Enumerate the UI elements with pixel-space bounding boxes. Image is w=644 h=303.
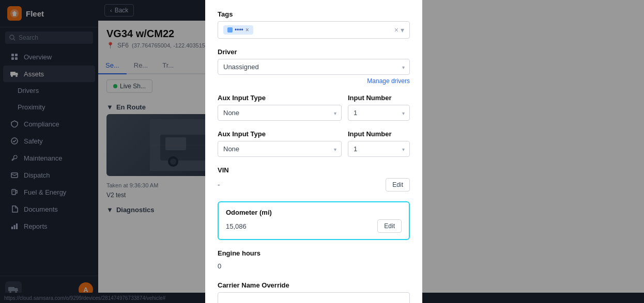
modal-overlay: Tags •••• × × ▾ — [0, 0, 644, 303]
tag-color — [227, 27, 233, 33]
carrier-name-section: Carrier Name Override — [218, 281, 410, 303]
odometer-value: 15,086 — [226, 222, 247, 230]
driver-select[interactable]: Unassigned — [218, 59, 410, 75]
aux-input-1-section: Aux Input Type None Emergency Seatbelt D… — [218, 94, 410, 121]
input-number-2-select[interactable]: 1 2 3 4 — [348, 141, 410, 157]
input-number-1-label: Input Number — [348, 94, 410, 102]
tags-section: Tags •••• × × ▾ — [218, 10, 410, 39]
vin-edit-button[interactable]: Edit — [386, 178, 410, 192]
odometer-label: Odometer (mi) — [226, 209, 402, 216]
aux-input-2-label: Aux Input Type — [218, 130, 342, 138]
tags-input[interactable]: •••• × × ▾ — [218, 21, 410, 39]
input-number-1-select[interactable]: 1 2 3 4 — [348, 105, 410, 121]
edit-asset-modal: Tags •••• × × ▾ — [205, 0, 422, 303]
vin-section: VIN - Edit — [218, 166, 410, 192]
dropdown-icon[interactable]: ▾ — [401, 26, 404, 34]
engine-hours-value: 0 — [218, 260, 410, 272]
engine-hours-label: Engine hours — [218, 249, 410, 257]
aux-input-2-select-wrapper: None Emergency Seatbelt Door ▾ — [218, 141, 342, 157]
odometer-section: Odometer (mi) 15,086 Edit — [218, 201, 410, 240]
aux-input-1-select[interactable]: None Emergency Seatbelt Door — [218, 105, 342, 121]
driver-section: Driver Unassigned ▾ Manage drivers — [218, 48, 410, 85]
tags-field: •••• × — [223, 25, 394, 35]
manage-drivers-link: Manage drivers — [218, 77, 410, 85]
driver-select-wrapper: Unassigned ▾ — [218, 59, 410, 75]
driver-label: Driver — [218, 48, 410, 56]
aux-row-2: Aux Input Type None Emergency Seatbelt D… — [218, 130, 410, 157]
vin-value: - — [218, 177, 381, 192]
carrier-name-label: Carrier Name Override — [218, 281, 410, 289]
odometer-row: 15,086 Edit — [226, 219, 402, 233]
tag-text: •••• — [235, 26, 243, 34]
carrier-name-input[interactable] — [218, 292, 410, 303]
aux-input-2-select[interactable]: None Emergency Seatbelt Door — [218, 141, 342, 157]
vin-row: - Edit — [218, 177, 410, 192]
tags-input-actions: × ▾ — [394, 26, 404, 34]
input-number-2-select-wrapper: 1 2 3 4 ▾ — [348, 141, 410, 157]
tags-label: Tags — [218, 10, 410, 18]
input-number-2-label: Input Number — [348, 130, 410, 138]
tag-chip: •••• × — [223, 25, 253, 35]
aux-input-2-section: Aux Input Type None Emergency Seatbelt D… — [218, 130, 410, 157]
engine-hours-section: Engine hours 0 — [218, 249, 410, 272]
vin-label: VIN — [218, 166, 410, 174]
remove-tag-button[interactable]: × — [246, 26, 249, 34]
input-number-1-select-wrapper: 1 2 3 4 ▾ — [348, 105, 410, 121]
manage-drivers-button[interactable]: Manage drivers — [367, 77, 410, 85]
input-number-2-col: Input Number 1 2 3 4 ▾ — [348, 130, 410, 157]
input-number-1-col: Input Number 1 2 3 4 ▾ — [348, 94, 410, 121]
clear-tags-icon[interactable]: × — [394, 26, 398, 34]
aux-input-1-select-wrapper: None Emergency Seatbelt Door ▾ — [218, 105, 342, 121]
aux-input-1-col: Aux Input Type None Emergency Seatbelt D… — [218, 94, 342, 121]
odometer-edit-button[interactable]: Edit — [377, 219, 402, 233]
aux-row-1: Aux Input Type None Emergency Seatbelt D… — [218, 94, 410, 121]
aux-input-1-label: Aux Input Type — [218, 94, 342, 102]
aux-input-2-col: Aux Input Type None Emergency Seatbelt D… — [218, 130, 342, 157]
